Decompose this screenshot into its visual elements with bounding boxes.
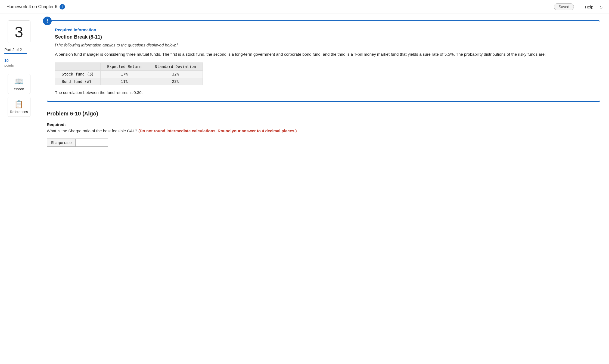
stock-expected-return: 17% (101, 71, 148, 78)
references-label: References (10, 110, 28, 114)
required-label: Required: (47, 122, 600, 127)
header-s: S (600, 5, 602, 9)
part-label: Part 2 of 2 (4, 48, 22, 52)
section-break-title: Section Break (8-11) (55, 34, 592, 40)
bond-expected-return: 11% (101, 78, 148, 85)
points-label: points (4, 63, 14, 67)
info-icon[interactable]: i (60, 4, 65, 10)
question-number: 3 (8, 20, 30, 43)
help-link[interactable]: Help (585, 5, 593, 9)
header-title: Homework 4 on Chapter 6 (7, 4, 57, 9)
saved-badge: Saved (554, 3, 574, 10)
table-header-expected-return: Expected Return (101, 63, 148, 71)
info-box: ! Required information Section Break (8-… (47, 20, 600, 102)
table-header-std-dev: Standard Deviation (148, 63, 203, 71)
table-header-name (55, 63, 101, 71)
ebook-tool[interactable]: 📖 eBook (8, 74, 30, 94)
required-info-label: Required information (55, 27, 592, 32)
problem-title: Problem 6-10 (Algo) (47, 111, 600, 117)
warning-text: (Do not round intermediate calculations.… (138, 128, 297, 133)
fund-name-stock: Stock fund (S) (55, 71, 101, 78)
fund-name-bond: Bond fund (B) (55, 78, 101, 85)
italics-note: [The following information applies to th… (55, 43, 592, 47)
references-tool[interactable]: 📋 References (8, 97, 30, 117)
table-row: Bond fund (B) 11% 23% (55, 78, 203, 85)
table-row: Stock fund (S) 17% 32% (55, 71, 203, 78)
ebook-icon: 📖 (14, 77, 24, 86)
sharpe-ratio-input[interactable] (75, 139, 108, 147)
sharpe-ratio-label: Sharpe ratio (47, 139, 75, 147)
correlation-text: The correlation between the fund returns… (55, 90, 592, 95)
sharpe-ratio-input-row: Sharpe ratio (47, 139, 600, 147)
description-text: A pension fund manager is considering th… (55, 51, 592, 58)
points-value: 10 (4, 58, 9, 63)
fund-table: Expected Return Standard Deviation Stock… (55, 62, 203, 85)
main-content: ! Required information Section Break (8-… (38, 14, 609, 364)
ebook-label: eBook (14, 87, 24, 91)
stock-std-dev: 32% (148, 71, 203, 78)
header: Homework 4 on Chapter 6 i Saved Help S (0, 0, 609, 14)
info-box-badge: ! (43, 17, 52, 25)
progress-bar (4, 53, 27, 54)
bond-std-dev: 23% (148, 78, 203, 85)
sidebar: 3 Part 2 of 2 10 points 📖 eBook 📋 Refere… (0, 14, 38, 364)
progress-bar-fill (4, 53, 27, 54)
question-text: What is the Sharpe ratio of the best fea… (47, 128, 600, 133)
references-icon: 📋 (14, 100, 24, 109)
main-layout: 3 Part 2 of 2 10 points 📖 eBook 📋 Refere… (0, 14, 609, 364)
